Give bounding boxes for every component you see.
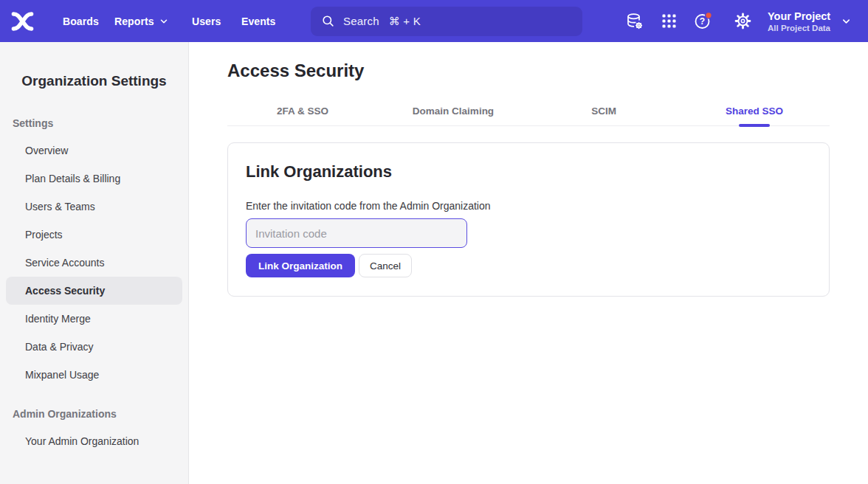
- settings-gear-icon: [734, 12, 752, 30]
- topbar: Boards Reports Users Events Search ⌘ + K: [0, 0, 868, 42]
- tab-label: Shared SSO: [726, 106, 783, 117]
- sidebar-item-label: Service Accounts: [25, 257, 104, 269]
- nav-events-label: Events: [241, 15, 276, 27]
- notification-dot: [705, 13, 712, 19]
- tab-shared-sso[interactable]: Shared SSO: [679, 94, 830, 125]
- settings-button[interactable]: [732, 11, 753, 32]
- active-tab-indicator: [739, 124, 770, 127]
- nav-users-label: Users: [192, 15, 221, 27]
- data-management-button[interactable]: [624, 11, 645, 32]
- search-placeholder: Search: [343, 15, 379, 27]
- tab-bar: 2FA & SSO Domain Claiming SCIM Shared SS…: [227, 94, 830, 126]
- search-input[interactable]: Search ⌘ + K: [311, 7, 582, 36]
- svg-text:?: ?: [699, 16, 704, 27]
- apps-grid-icon: [661, 13, 678, 30]
- link-organization-button[interactable]: Link Organization: [246, 254, 355, 277]
- section-label-admin-organizations: Admin Organizations: [13, 408, 188, 420]
- tab-scim[interactable]: SCIM: [528, 94, 679, 125]
- tab-2fa-sso[interactable]: 2FA & SSO: [227, 94, 378, 125]
- settings-nav-list: Overview Plan Details & Billing Users & …: [0, 136, 188, 389]
- sidebar-item-label: Access Security: [25, 285, 105, 297]
- sidebar-item-plan-details-billing[interactable]: Plan Details & Billing: [6, 165, 182, 193]
- sidebar-item-label: Data & Privacy: [25, 341, 94, 353]
- chevron-down-icon: [159, 16, 169, 27]
- search-icon: [321, 14, 335, 28]
- sidebar-item-data-privacy[interactable]: Data & Privacy: [6, 333, 182, 361]
- tab-label: SCIM: [591, 106, 616, 117]
- sidebar-item-label: Mixpanel Usage: [25, 369, 99, 381]
- sidebar-item-service-accounts[interactable]: Service Accounts: [6, 249, 182, 277]
- section-label-settings: Settings: [13, 117, 188, 129]
- nav-boards[interactable]: Boards: [63, 15, 99, 27]
- sidebar-item-your-admin-organization[interactable]: Your Admin Organization: [6, 427, 182, 455]
- link-organizations-card: Link Organizations Enter the invitation …: [227, 142, 830, 297]
- mixpanel-logo[interactable]: [11, 11, 34, 32]
- cancel-button[interactable]: Cancel: [359, 254, 412, 277]
- admin-org-nav-list: Your Admin Organization: [0, 427, 188, 455]
- search-shortcut: ⌘ + K: [389, 15, 421, 28]
- sidebar-item-identity-merge[interactable]: Identity Merge: [6, 305, 182, 333]
- mixpanel-logo-icon: [11, 11, 34, 32]
- sidebar-title: Organization Settings: [0, 72, 188, 91]
- nav-events[interactable]: Events: [241, 15, 276, 27]
- settings-sidebar: Organization Settings Settings Overview …: [0, 42, 189, 484]
- sidebar-item-label: Plan Details & Billing: [25, 173, 120, 184]
- tab-label: 2FA & SSO: [277, 106, 328, 117]
- help-button[interactable]: ?: [692, 11, 713, 32]
- nav-boards-label: Boards: [63, 15, 99, 27]
- invitation-code-label: Enter the invitation code from the Admin…: [246, 199, 811, 212]
- sidebar-item-label: Your Admin Organization: [25, 435, 139, 447]
- project-subtitle: All Project Data: [768, 22, 830, 33]
- sidebar-item-label: Projects: [25, 229, 63, 241]
- data-management-icon: [625, 12, 644, 31]
- card-title: Link Organizations: [246, 162, 811, 182]
- invitation-code-input[interactable]: [246, 218, 467, 248]
- sidebar-item-access-security[interactable]: Access Security: [6, 277, 182, 305]
- sidebar-item-label: Users & Teams: [25, 201, 95, 212]
- chevron-down-icon: [841, 15, 852, 27]
- tab-domain-claiming[interactable]: Domain Claiming: [378, 94, 528, 125]
- sidebar-item-mixpanel-usage[interactable]: Mixpanel Usage: [6, 361, 182, 389]
- button-row: Link Organization Cancel: [246, 254, 811, 277]
- sidebar-item-users-teams[interactable]: Users & Teams: [6, 193, 182, 221]
- tab-label: Domain Claiming: [413, 106, 494, 117]
- help-icon: ?: [693, 11, 713, 31]
- nav-users[interactable]: Users: [192, 15, 221, 27]
- sidebar-item-overview[interactable]: Overview: [6, 136, 182, 165]
- apps-grid-button[interactable]: [658, 11, 679, 32]
- page-title: Access Security: [227, 60, 830, 81]
- project-switcher[interactable]: Your Project All Project Data: [768, 9, 852, 33]
- project-name: Your Project: [768, 9, 830, 22]
- nav-reports[interactable]: Reports: [114, 15, 169, 27]
- sidebar-item-label: Identity Merge: [25, 313, 91, 325]
- nav-reports-label: Reports: [114, 15, 154, 27]
- main-content: Access Security 2FA & SSO Domain Claimin…: [189, 42, 868, 484]
- sidebar-item-label: Overview: [25, 145, 68, 156]
- sidebar-item-projects[interactable]: Projects: [6, 221, 182, 249]
